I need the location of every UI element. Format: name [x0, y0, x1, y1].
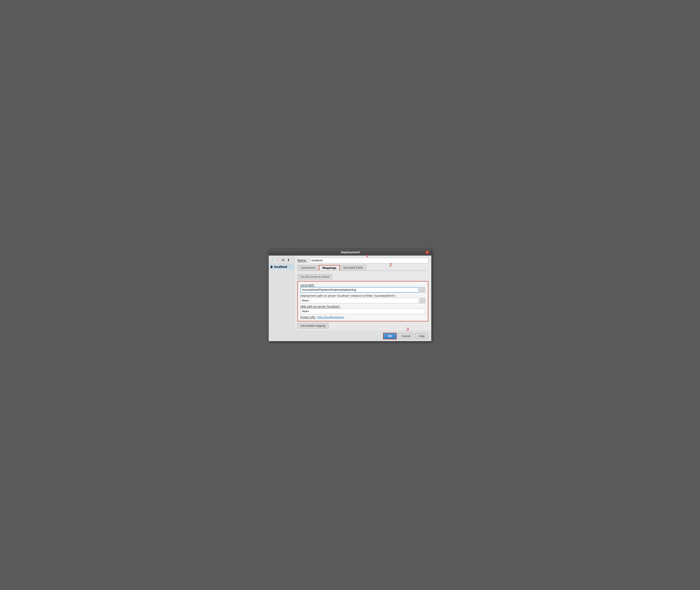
tabs-wrapper: Connection Mappings Excluded Paths 2: [297, 265, 428, 271]
deployment-path-section: Deployment path on server 'localhost' (r…: [300, 294, 425, 303]
sidebar: + − ⧉ ⬆ 🖥 localhost: [269, 256, 294, 331]
project-url-link[interactable]: http://localhost/learn: [318, 316, 344, 319]
deployment-path-input[interactable]: [300, 298, 419, 303]
name-row: Name: 1: [297, 258, 428, 263]
main-content: Name: 1 Connection Mappings Excluded Pat…: [294, 256, 431, 331]
help-button[interactable]: Help: [415, 333, 428, 339]
dialog-footer: 3 OK Cancel Help: [269, 331, 431, 341]
tab-mappings[interactable]: Mappings: [319, 265, 340, 271]
copy-server-button[interactable]: ⧉: [281, 258, 285, 263]
cancel-button[interactable]: Cancel: [398, 333, 414, 339]
local-path-input[interactable]: [300, 287, 419, 293]
local-path-label: Local path:: [300, 284, 425, 287]
sidebar-item-label: localhost: [274, 266, 287, 269]
sidebar-toolbar: + − ⧉ ⬆: [269, 257, 294, 264]
deployment-path-label: Deployment path on server 'localhost' (r…: [300, 294, 425, 297]
close-button[interactable]: ×: [425, 251, 429, 254]
dialog-body: + − ⧉ ⬆ 🖥 localhost Name: 1 Conn: [269, 256, 431, 331]
ok-button[interactable]: OK: [383, 333, 397, 339]
web-path-section: Web path on server 'localhost':: [300, 305, 425, 314]
deployment-path-input-row: ...: [300, 298, 425, 303]
web-path-input[interactable]: [300, 308, 425, 314]
remove-server-button[interactable]: −: [275, 258, 280, 263]
tab-content-mappings: Use this server as default Local path: .…: [297, 273, 428, 329]
web-path-input-row: [300, 308, 425, 314]
tab-excluded-paths[interactable]: Excluded Paths: [340, 265, 366, 271]
local-path-browse-button[interactable]: ...: [420, 287, 425, 293]
deployment-dialog: Deployment × + − ⧉ ⬆ 🖥 localhost Name:: [268, 249, 432, 341]
sidebar-item-localhost[interactable]: 🖥 localhost: [269, 264, 294, 270]
local-path-input-row: ...: [300, 287, 425, 293]
dialog-title: Deployment: [276, 251, 425, 254]
add-mapping-button[interactable]: Add another mapping: [297, 323, 329, 329]
use-as-default-button[interactable]: Use this server as default: [297, 274, 332, 279]
server-icon: 🖥: [270, 265, 273, 269]
title-bar: Deployment ×: [269, 249, 431, 256]
project-url-row: Project URL: http://localhost/learn: [300, 316, 425, 319]
deployment-path-browse-button[interactable]: ...: [420, 298, 425, 303]
local-path-section: Local path: ...: [300, 284, 425, 293]
add-server-button[interactable]: +: [270, 258, 275, 263]
tab-connection[interactable]: Connection: [297, 265, 319, 271]
name-input[interactable]: [310, 258, 428, 263]
tab-bar: Connection Mappings Excluded Paths: [297, 265, 428, 271]
web-path-label: Web path on server 'localhost':: [300, 305, 425, 308]
project-url-label: Project URL:: [300, 316, 316, 319]
mapping-box: Local path: ... Deployment path on serve…: [297, 281, 428, 321]
name-label: Name:: [297, 259, 308, 262]
move-server-button[interactable]: ⬆: [286, 258, 291, 263]
